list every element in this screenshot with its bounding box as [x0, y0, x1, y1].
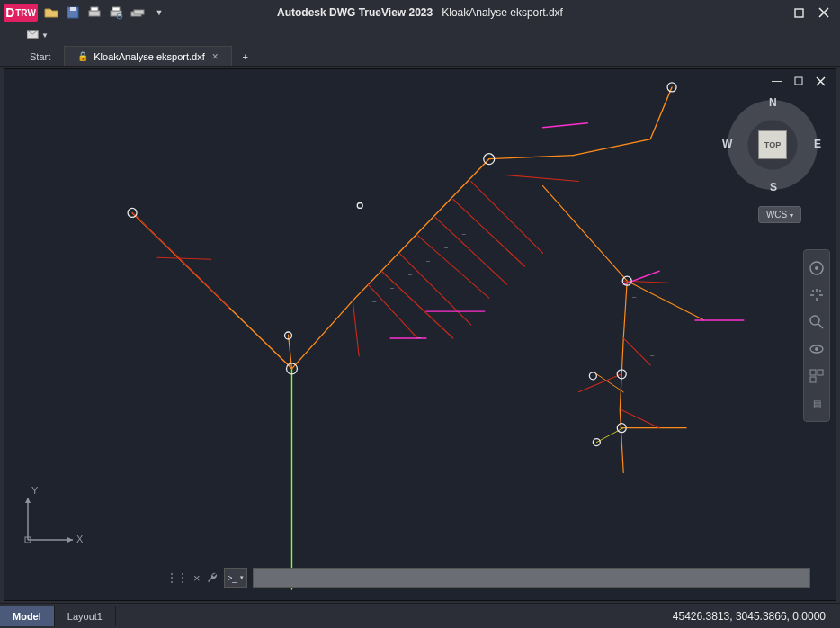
svg-point-43	[589, 372, 596, 380]
svg-text:—: —	[372, 299, 376, 303]
batch-plot-button[interactable]	[130, 4, 146, 21]
maximize-button[interactable]	[791, 5, 806, 20]
svg-text:—: —	[417, 335, 421, 339]
compass-east[interactable]: E	[814, 138, 821, 150]
svg-rect-54	[795, 77, 802, 85]
layout-tab-layout1[interactable]: Layout1	[55, 606, 116, 626]
svg-rect-61	[810, 370, 816, 375]
commandline-drag-handle[interactable]: ⋮⋮	[166, 571, 188, 584]
drawing-canvas[interactable]: —— —— —— —— ——	[4, 69, 836, 600]
minimize-button[interactable]: —	[766, 5, 781, 20]
drawing-viewport[interactable]: —— —— —— —— —— — TOP N S W E WCS ▾	[4, 68, 836, 601]
svg-text:—: —	[462, 231, 466, 236]
svg-rect-3	[91, 7, 98, 11]
svg-line-19	[471, 182, 543, 254]
viewport-window-controls: —	[771, 75, 827, 87]
svg-marker-67	[25, 498, 31, 503]
mail-dropdown-button[interactable]: ▼	[27, 28, 49, 42]
svg-line-30	[543, 123, 588, 128]
svg-line-20	[507, 175, 579, 182]
tab-start[interactable]: Start	[16, 46, 64, 66]
svg-rect-1	[70, 7, 76, 11]
svg-line-23	[157, 257, 211, 259]
command-line: ⋮⋮ × >_ ▾	[166, 568, 810, 588]
svg-text:—: —	[632, 294, 636, 299]
svg-line-58	[818, 324, 823, 328]
svg-rect-63	[810, 377, 816, 382]
pan-button[interactable]	[808, 286, 826, 304]
tab-label: KloakAnalyse eksport.dxf	[94, 51, 205, 62]
svg-point-36	[357, 202, 362, 208]
tab-close-button[interactable]: ×	[212, 50, 219, 63]
svg-text:—: —	[426, 258, 430, 263]
svg-line-15	[399, 253, 471, 325]
plot-preview-button[interactable]	[108, 4, 124, 21]
ribbon-collapsed-row: ▼	[0, 25, 840, 45]
plot-button[interactable]	[86, 4, 103, 21]
orbit-button[interactable]	[808, 340, 826, 358]
svg-rect-5	[112, 7, 120, 11]
viewport-close-button[interactable]	[814, 75, 827, 87]
svg-rect-2	[89, 11, 100, 16]
compass-north[interactable]: N	[769, 96, 777, 109]
save-button[interactable]	[65, 4, 81, 21]
svg-line-17	[435, 217, 507, 284]
svg-rect-8	[134, 10, 144, 14]
svg-point-56	[815, 266, 818, 270]
svg-point-57	[810, 316, 819, 325]
svg-point-60	[815, 347, 818, 351]
viewport-maximize-button[interactable]	[792, 75, 805, 87]
new-tab-button[interactable]: +	[232, 46, 259, 66]
coordinate-readout: 45426.3813, 3045.3866, 0.0000	[673, 610, 840, 623]
compass-west[interactable]: W	[722, 138, 732, 150]
window-controls: —	[766, 5, 836, 20]
ucs-x-label: X	[76, 534, 83, 544]
ucs-y-label: Y	[31, 485, 38, 496]
svg-line-25	[623, 338, 650, 365]
svg-line-22	[193, 272, 229, 308]
view-cube[interactable]: TOP N S W E	[728, 100, 818, 190]
svg-marker-66	[67, 537, 73, 543]
quick-access-toolbar: ▼	[43, 4, 167, 21]
viewport-minimize-button[interactable]: —	[771, 75, 783, 87]
commandline-input[interactable]	[253, 568, 810, 588]
svg-line-14	[381, 271, 453, 338]
steering-wheel-button[interactable]	[808, 259, 826, 277]
zoom-button[interactable]	[808, 313, 826, 331]
svg-text:—: —	[444, 245, 448, 249]
svg-line-12	[353, 301, 359, 356]
view-cube-face[interactable]: TOP	[758, 130, 787, 159]
svg-line-13	[368, 284, 417, 338]
wcs-dropdown[interactable]: WCS ▾	[758, 206, 801, 223]
open-button[interactable]	[43, 4, 59, 21]
tab-document[interactable]: 🔒 KloakAnalyse eksport.dxf ×	[64, 46, 232, 66]
svg-text:—: —	[453, 324, 457, 328]
showmotion-button[interactable]	[808, 367, 826, 385]
compass-south[interactable]: S	[770, 181, 777, 193]
title-bar: DTRW ▼ Autodesk DWG TrueView 2023 KloakA…	[0, 0, 840, 25]
lock-icon: 🔒	[77, 51, 88, 61]
commandline-prompt-icon[interactable]: >_ ▾	[224, 568, 247, 588]
ucs-icon: X Y	[19, 490, 82, 555]
svg-line-16	[417, 235, 489, 298]
svg-text:—: —	[408, 272, 412, 276]
status-bar: Model Layout1 45426.3813, 3045.3866, 0.0…	[0, 603, 840, 628]
qat-dropdown-button[interactable]: ▼	[151, 4, 167, 21]
svg-line-27	[621, 410, 659, 428]
navbar-collapse-button[interactable]: ▤	[808, 394, 826, 412]
svg-rect-9	[795, 9, 803, 17]
svg-rect-62	[818, 370, 823, 375]
commandline-customize-button[interactable]	[206, 570, 219, 586]
svg-text:—: —	[650, 353, 654, 357]
navigation-bar: ▤	[803, 249, 830, 422]
tab-label: Start	[30, 51, 50, 62]
commandline-close-button[interactable]: ×	[193, 571, 201, 585]
app-icon: DTRW	[4, 4, 38, 22]
file-tab-bar: Start 🔒 KloakAnalyse eksport.dxf × +	[0, 45, 840, 67]
layout-tab-model[interactable]: Model	[0, 606, 55, 626]
svg-line-21	[132, 212, 193, 272]
close-button[interactable]	[817, 5, 831, 20]
svg-text:—: —	[390, 285, 394, 290]
